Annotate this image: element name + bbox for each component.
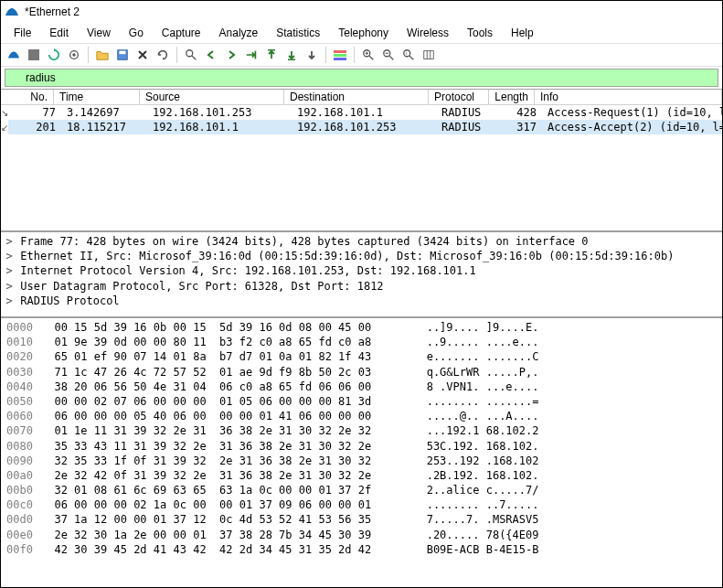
detail-tree-row[interactable]: > Internet Protocol Version 4, Src: 192.…	[5, 263, 718, 278]
go-forward-button[interactable]	[222, 46, 240, 64]
hex-offset: 0030	[6, 365, 41, 380]
packet-bytes-pane[interactable]: 0000 00 15 5d 39 16 0b 00 15 5d 39 16 0d…	[1, 316, 722, 554]
hex-ascii: ..]9.... ]9....E.	[407, 320, 539, 335]
go-last-button[interactable]	[282, 46, 301, 64]
menu-analyze[interactable]: Analyze	[212, 25, 266, 41]
menu-tools[interactable]: Tools	[460, 25, 500, 41]
hex-offset: 00f0	[6, 542, 41, 554]
expand-icon[interactable]: >	[5, 263, 14, 278]
packet-list-pane[interactable]: No. Time Source Destination Protocol Len…	[1, 89, 722, 230]
menu-edit[interactable]: Edit	[42, 25, 76, 41]
svg-rect-16	[424, 51, 434, 59]
menu-file[interactable]: File	[6, 25, 38, 41]
hex-line[interactable]: 00f0 42 30 39 45 2d 41 43 42 42 2d 34 45…	[6, 542, 717, 554]
hex-ascii: ...192.1 68.102.2	[407, 423, 539, 438]
hex-bytes: 06 00 00 00 02 1a 0c 00 00 01 37 09 06 0…	[41, 497, 407, 512]
zoom-in-button[interactable]	[359, 46, 377, 64]
packet-details-pane[interactable]: > Frame 77: 428 bytes on wire (3424 bits…	[1, 230, 722, 316]
detail-tree-row[interactable]: > Ethernet II, Src: Microsof_39:16:0d (0…	[5, 249, 718, 263]
hex-line[interactable]: 0080 35 33 43 11 31 39 32 2e 31 36 38 2e…	[6, 439, 717, 454]
hex-line[interactable]: 0010 01 9e 39 0d 00 00 80 11 b3 f2 c0 a8…	[6, 335, 717, 349]
packet-cell: 192.168.101.253	[292, 120, 436, 134]
wireshark-icon[interactable]	[5, 46, 23, 64]
go-back-button[interactable]	[202, 46, 220, 64]
hex-line[interactable]: 0060 06 00 00 00 05 40 06 00 00 00 01 41…	[6, 409, 717, 423]
open-file-button[interactable]	[93, 46, 112, 64]
menu-go[interactable]: Go	[122, 25, 151, 41]
column-source[interactable]: Source	[140, 90, 284, 104]
detail-text: RADIUS Protocol	[14, 294, 120, 307]
hex-line[interactable]: 0070 01 1e 11 31 39 32 2e 31 36 38 2e 31…	[6, 423, 717, 438]
detail-tree-row[interactable]: > RADIUS Protocol	[5, 294, 718, 308]
packet-cell: Access-Request(1) (id=10, l=386)	[542, 105, 722, 120]
resize-columns-button[interactable]	[420, 46, 438, 64]
reload-button[interactable]	[154, 46, 172, 64]
column-no[interactable]: No.	[1, 90, 54, 104]
hex-ascii: 2..alice c.....7/	[407, 483, 539, 497]
hex-line[interactable]: 00a0 2e 32 42 0f 31 39 32 2e 31 36 38 2e…	[6, 468, 717, 483]
menu-view[interactable]: View	[80, 25, 118, 41]
packet-cell: 192.168.101.253	[147, 105, 292, 120]
colorize-button[interactable]	[331, 46, 349, 64]
column-protocol[interactable]: Protocol	[429, 90, 489, 104]
column-info[interactable]: Info	[535, 90, 722, 104]
column-destination[interactable]: Destination	[284, 90, 429, 104]
hex-ascii: q.G&LrWR .....P,.	[407, 365, 539, 380]
hex-line[interactable]: 0000 00 15 5d 39 16 0b 00 15 5d 39 16 0d…	[6, 320, 717, 335]
zoom-out-button[interactable]	[379, 46, 398, 64]
hex-ascii: 8 .VPN1. ...e....	[407, 380, 539, 394]
svg-rect-8	[288, 59, 295, 61]
hex-ascii: ........ .......=	[407, 394, 539, 409]
menu-wireless[interactable]: Wireless	[399, 25, 456, 41]
detail-tree-row[interactable]: > User Datagram Protocol, Src Port: 6132…	[5, 279, 718, 294]
svg-rect-7	[268, 49, 275, 51]
hex-line[interactable]: 0090 32 35 33 1f 0f 31 39 32 2e 31 36 38…	[6, 454, 717, 468]
main-toolbar: 1	[1, 43, 722, 67]
hex-bytes: 35 33 43 11 31 39 32 2e 31 36 38 2e 31 3…	[41, 439, 407, 454]
stop-capture-button[interactable]	[25, 46, 43, 64]
hex-bytes: 38 20 06 56 50 4e 31 04 06 c0 a8 65 fd 0…	[41, 380, 407, 394]
hex-bytes: 01 9e 39 0d 00 00 80 11 b3 f2 c0 a8 65 f…	[41, 335, 407, 349]
expand-icon[interactable]: >	[5, 234, 14, 249]
menu-help[interactable]: Help	[504, 25, 541, 41]
hex-bytes: 37 1a 12 00 00 01 37 12 0c 4d 53 52 41 5…	[41, 512, 407, 527]
packet-row[interactable]: 773.142697192.168.101.253192.168.101.1RA…	[8, 105, 722, 120]
menu-capture[interactable]: Capture	[154, 25, 208, 41]
column-length[interactable]: Length	[489, 90, 535, 104]
hex-line[interactable]: 00b0 32 01 08 61 6c 69 63 65 63 1a 0c 00…	[6, 483, 717, 497]
hex-line[interactable]: 0050 00 00 02 07 06 00 00 00 01 05 06 00…	[6, 394, 717, 409]
restart-capture-button[interactable]	[45, 46, 63, 64]
menu-telephony[interactable]: Telephony	[331, 25, 396, 41]
capture-options-button[interactable]	[65, 46, 83, 64]
hex-line[interactable]: 0030 71 1c 47 26 4c 72 57 52 01 ae 9d f9…	[6, 365, 717, 380]
go-first-button[interactable]	[262, 46, 281, 64]
expand-icon[interactable]: >	[5, 294, 14, 308]
hex-bytes: 42 30 39 45 2d 41 43 42 42 2d 34 45 31 3…	[41, 542, 407, 554]
hex-bytes: 71 1c 47 26 4c 72 57 52 01 ae 9d f9 8b 5…	[41, 365, 407, 380]
hex-line[interactable]: 0020 65 01 ef 90 07 14 01 8a b7 d7 01 0a…	[6, 349, 717, 364]
menu-bar: FileEditViewGoCaptureAnalyzeStatisticsTe…	[1, 23, 722, 43]
hex-line[interactable]: 00e0 2e 32 30 1a 2e 00 00 01 37 38 28 7b…	[6, 528, 717, 542]
hex-line[interactable]: 00c0 06 00 00 00 02 1a 0c 00 00 01 37 09…	[6, 497, 717, 512]
display-filter-input[interactable]	[5, 69, 718, 87]
expand-icon[interactable]: >	[5, 279, 14, 294]
close-file-button[interactable]	[133, 46, 152, 64]
menu-statistics[interactable]: Statistics	[269, 25, 327, 41]
hex-offset: 0090	[6, 454, 41, 468]
auto-scroll-button[interactable]	[303, 46, 321, 64]
save-file-button[interactable]	[113, 46, 132, 64]
window-title: *Ethernet 2	[25, 5, 80, 18]
packet-direction-icon: ↘	[1, 105, 8, 120]
hex-offset: 0020	[6, 349, 41, 364]
detail-tree-row[interactable]: > Frame 77: 428 bytes on wire (3424 bits…	[5, 234, 718, 249]
find-packet-button[interactable]	[182, 46, 200, 64]
column-time[interactable]: Time	[54, 90, 140, 104]
packet-row[interactable]: 20118.115217192.168.101.1192.168.101.253…	[8, 120, 722, 134]
hex-line[interactable]: 00d0 37 1a 12 00 00 01 37 12 0c 4d 53 52…	[6, 512, 717, 527]
detail-text: Ethernet II, Src: Microsof_39:16:0d (00:…	[14, 250, 674, 262]
packet-cell: 3.142697	[61, 105, 147, 120]
go-to-packet-button[interactable]	[242, 46, 260, 64]
zoom-reset-button[interactable]: 1	[399, 46, 418, 64]
hex-line[interactable]: 0040 38 20 06 56 50 4e 31 04 06 c0 a8 65…	[6, 380, 717, 394]
expand-icon[interactable]: >	[5, 249, 14, 263]
